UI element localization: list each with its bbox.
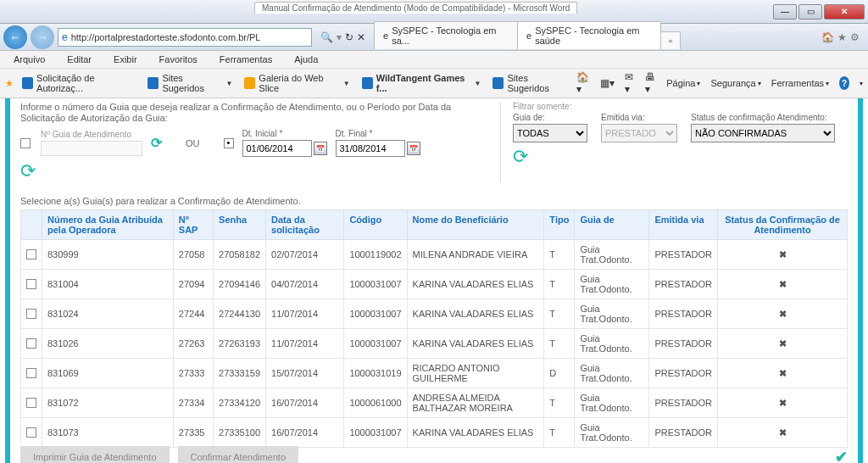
refresh-icon[interactable]: ↻ — [345, 31, 353, 43]
cell-num: 831069 — [42, 359, 174, 388]
cell-nome: KARINA VALADARES ELIAS — [407, 270, 544, 299]
tab-1[interactable]: eSySPEC - Tecnologia em sa... — [374, 21, 518, 49]
address-bar[interactable]: e http://portalprestadorteste.sfodonto.c… — [58, 28, 312, 47]
new-tab-button[interactable]: ▫ — [660, 31, 681, 49]
status-not-confirmed-icon: ✖ — [718, 329, 848, 359]
col-senha[interactable]: Senha — [214, 210, 266, 240]
pagina-menu[interactable]: Página▾ — [666, 78, 700, 88]
refresh-num-icon[interactable]: ⟳ — [151, 135, 162, 151]
cell-num: 831024 — [42, 299, 174, 329]
calendar-icon[interactable]: 📅 — [407, 142, 420, 155]
dt-inicial-input[interactable] — [242, 140, 312, 157]
cell-guiade: Guia Trat.Odonto. — [575, 418, 649, 448]
col-sap[interactable]: Nº SAP — [173, 210, 213, 240]
mail-icon[interactable]: ✉▾ — [625, 71, 635, 95]
table-row: 831026272632726319311/07/20141000031007K… — [21, 329, 848, 359]
num-guia-input[interactable] — [41, 141, 142, 156]
status-confirmacao-select[interactable]: NÃO CONFIRMADAS — [691, 124, 835, 142]
favlink-3[interactable]: Galeria do Web Slice▼ — [241, 71, 353, 95]
tab-2[interactable]: eSySPEC - Tecnologia em saúde — [517, 21, 661, 49]
row-checkbox[interactable] — [26, 249, 36, 259]
cell-data: 15/07/2014 — [266, 359, 344, 388]
ie-icon: e — [62, 31, 68, 43]
imprimir-button[interactable]: Imprimir Guia de Atendimento — [20, 446, 170, 463]
row-checkbox[interactable] — [26, 398, 36, 408]
cell-senha: 27263193 — [214, 329, 266, 359]
radio-periodo[interactable] — [224, 138, 234, 148]
favorites-icon[interactable]: ★ — [837, 31, 847, 43]
cell-tipo: T — [544, 329, 575, 359]
home-icon[interactable]: 🏠 — [821, 31, 834, 43]
stop-icon[interactable]: ✕ — [357, 31, 365, 43]
tools-icon[interactable]: ⚙ — [850, 31, 860, 43]
tab-label: SySPEC - Tecnologia em sa... — [392, 25, 509, 46]
dt-final-input[interactable] — [336, 140, 405, 157]
favlink-4[interactable]: WildTangent Games f...▼ — [359, 71, 485, 95]
cell-data: 04/07/2014 — [266, 270, 344, 299]
col-guiade[interactable]: Guia de — [575, 210, 649, 240]
menu-editar[interactable]: Editar — [57, 53, 102, 66]
col-num[interactable]: Número da Guia Atribuída pela Operadora — [42, 210, 174, 240]
help-icon[interactable]: ? — [839, 76, 849, 90]
window-toolbar-right: 🏠 ★ ⚙ — [816, 31, 865, 43]
seguranca-menu[interactable]: Segurança▾ — [710, 78, 760, 88]
cell-num: 831026 — [42, 329, 174, 359]
cell-senha: 27058182 — [214, 240, 266, 270]
calendar-icon[interactable]: 📅 — [314, 142, 327, 155]
menu-ajuda[interactable]: Ajuda — [284, 53, 328, 66]
apply-filter-icon-right[interactable]: ⟳ — [513, 146, 848, 168]
back-button[interactable]: ← — [3, 25, 27, 49]
row-checkbox[interactable] — [26, 427, 36, 438]
print-icon[interactable]: 🖶▾ — [645, 71, 656, 95]
window-close-button[interactable]: ✕ — [824, 4, 865, 20]
window-minimize-button[interactable]: — — [773, 4, 797, 20]
row-checkbox[interactable] — [26, 368, 36, 378]
table-row: 831004270942709414604/07/20141000031007K… — [21, 270, 848, 299]
cell-guiade: Guia Trat.Odonto. — [575, 388, 649, 418]
confirmar-button[interactable]: Confirmar Atendimento — [178, 446, 299, 463]
col-codigo[interactable]: Código — [344, 210, 407, 240]
search-icon[interactable]: 🔍 — [320, 31, 333, 43]
col-emitida[interactable]: Emitida via — [649, 210, 718, 240]
cell-sap: 27263 — [173, 329, 213, 359]
feeds-icon[interactable]: ▦▾ — [600, 77, 615, 89]
radio-num-guia[interactable] — [20, 138, 31, 148]
cell-emitida: PRESTADOR — [649, 240, 718, 270]
page-icon — [22, 77, 33, 89]
cell-nome: KARINA VALADARES ELIAS — [407, 418, 544, 448]
confirm-check-icon[interactable]: ✔ — [835, 448, 848, 463]
apply-filter-icon[interactable]: ⟳ — [20, 160, 475, 182]
menubar: Arquivo Editar Exibir Favoritos Ferramen… — [0, 51, 868, 69]
window-maximize-button[interactable]: ▭ — [798, 4, 822, 20]
menu-arquivo[interactable]: Arquivo — [3, 53, 55, 66]
favlink-2[interactable]: Sites Sugeridos▼ — [144, 71, 236, 95]
col-data[interactable]: Data da solicitação — [266, 210, 344, 240]
add-favorite-icon[interactable]: ★ — [5, 78, 14, 89]
row-checkbox[interactable] — [26, 279, 36, 289]
cell-sap: 27058 — [173, 240, 213, 270]
cell-emitida: PRESTADOR — [649, 270, 718, 299]
menu-favoritos[interactable]: Favoritos — [149, 53, 208, 66]
menu-ferramentas[interactable]: Ferramentas — [209, 53, 282, 66]
col-nome[interactable]: Nome do Beneficiário — [407, 210, 544, 240]
ferramentas-menu[interactable]: Ferramentas▾ — [771, 78, 829, 88]
home-cmd-icon[interactable]: 🏠▾ — [576, 71, 590, 95]
cell-codigo: 1000031007 — [344, 418, 407, 448]
cell-tipo: T — [544, 240, 575, 270]
col-status[interactable]: Status da Confirmação de Atendimento — [718, 210, 848, 240]
cell-senha: 27335100 — [214, 418, 266, 448]
col-tipo[interactable]: Tipo — [544, 210, 575, 240]
guia-de-select[interactable]: TODAS — [513, 124, 587, 142]
status-not-confirmed-icon: ✖ — [718, 388, 848, 418]
row-checkbox[interactable] — [26, 338, 36, 349]
grid-title: Selecione a(s) Guia(s) para realizar a C… — [20, 196, 848, 206]
table-row: 831072273342733412016/07/20141000061000A… — [21, 388, 848, 418]
emitida-via-label: Emitida via: — [601, 113, 677, 122]
favlink-5[interactable]: Sites Sugeridos — [489, 71, 571, 95]
menu-exibir[interactable]: Exibir — [103, 53, 147, 66]
tab-strip: eSySPEC - Tecnologia em sa... eSySPEC - … — [374, 25, 813, 49]
instruction-text: Informe o número da Guia que deseja real… — [20, 102, 475, 124]
row-checkbox[interactable] — [26, 309, 36, 319]
forward-button[interactable]: → — [31, 25, 54, 49]
favlink-1[interactable]: Solicitação de Autorizaç... — [19, 71, 139, 95]
